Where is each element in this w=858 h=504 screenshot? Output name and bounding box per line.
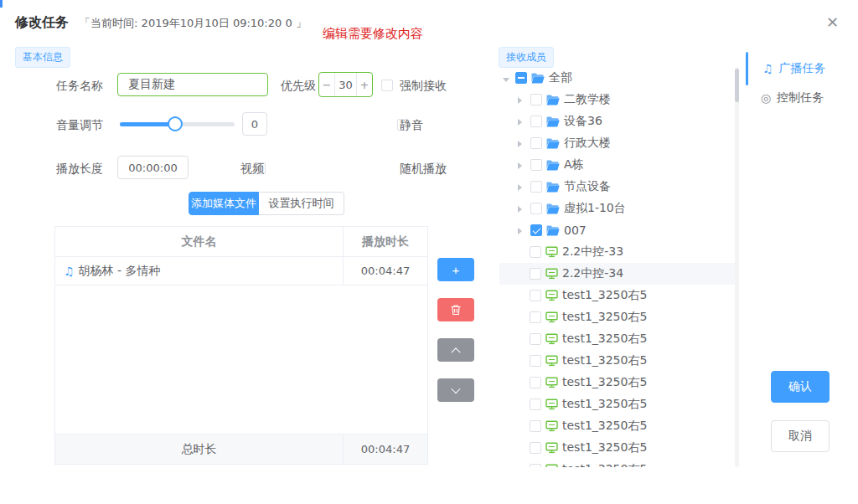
nav-label: 控制任务 — [777, 90, 824, 105]
tree-item[interactable]: 行政大楼 — [499, 132, 735, 154]
tree-item-label: test1_3250右5 — [562, 397, 647, 412]
tree-checkbox[interactable] — [530, 137, 542, 149]
caret-right-icon[interactable] — [518, 224, 526, 237]
caret-right-icon[interactable] — [518, 93, 526, 106]
folder-icon — [531, 73, 545, 84]
monitor-icon — [545, 333, 558, 345]
tree-item[interactable]: test1_3250右5 — [499, 328, 735, 350]
tree-item-label: 设备36 — [564, 114, 602, 129]
tree-item[interactable]: test1_3250右5 — [499, 459, 735, 467]
tree-item-label: test1_3250右5 — [562, 332, 647, 347]
volume-slider-fill — [120, 122, 175, 126]
monitor-icon — [545, 290, 558, 301]
table-header-row: 文件名 播放时长 — [55, 227, 427, 257]
tree-checkbox[interactable] — [530, 94, 542, 105]
duration-cell: 00:04:47 — [343, 257, 427, 285]
tree-item-label: test1_3250右5 — [562, 310, 647, 325]
tree-scrollbar-track[interactable] — [735, 67, 739, 467]
table-body: ♫胡杨林 - 多情种00:04:47 — [55, 257, 427, 285]
tree-scrollbar-thumb[interactable] — [735, 69, 739, 102]
active-tab-indicator — [746, 52, 748, 85]
priority-value[interactable]: 30 — [334, 73, 357, 96]
task-name-input[interactable] — [117, 73, 268, 96]
trash-icon — [450, 304, 462, 316]
priority-increase-button[interactable]: + — [357, 73, 372, 96]
monitor-icon — [545, 268, 558, 280]
task-name-label: 任务名称 — [56, 79, 103, 94]
volume-slider[interactable] — [120, 122, 235, 126]
tree-item[interactable]: test1_3250右5 — [499, 350, 735, 372]
caret-right-icon[interactable] — [518, 180, 526, 193]
corner-mark — [0, 0, 3, 8]
file-name-cell: ♫胡杨林 - 多情种 — [55, 264, 343, 279]
tree-item[interactable]: A栋 — [499, 154, 735, 176]
move-down-button[interactable] — [437, 378, 474, 402]
tree-item[interactable]: test1_3250右5 — [499, 437, 735, 459]
tree-checkbox[interactable] — [530, 333, 541, 345]
priority-decrease-button[interactable]: − — [319, 73, 334, 96]
tab-set-execute-time[interactable]: 设置执行时间 — [259, 192, 344, 215]
volume-value-box[interactable]: 0 — [242, 112, 267, 136]
tree-checkbox[interactable] — [530, 159, 542, 171]
tree-checkbox[interactable] — [530, 399, 541, 410]
tree-item[interactable]: 设备36 — [499, 111, 735, 132]
tree-checkbox[interactable] — [530, 420, 541, 432]
delete-media-button[interactable] — [437, 298, 474, 321]
tree-checkbox[interactable] — [530, 464, 541, 467]
tree-checkbox[interactable] — [530, 290, 541, 301]
tree-checkbox[interactable] — [530, 355, 541, 367]
tree-checkbox[interactable] — [530, 116, 542, 127]
tree-checkbox[interactable] — [515, 72, 527, 84]
folder-icon — [546, 116, 560, 127]
nav-label: 广播任务 — [779, 61, 826, 76]
caret-right-icon[interactable] — [518, 115, 526, 128]
page-title: 修改任务 — [15, 14, 69, 30]
tree-item[interactable]: 虚拟1-10台 — [499, 198, 735, 219]
tree-item[interactable]: test1_3250右5 — [499, 393, 735, 415]
caret-right-icon[interactable] — [518, 158, 526, 172]
tree-checkbox[interactable] — [530, 268, 541, 280]
cancel-button[interactable]: 取消 — [771, 420, 830, 452]
close-icon[interactable]: ✕ — [826, 15, 839, 30]
add-media-button[interactable]: + — [437, 258, 474, 281]
move-up-button[interactable] — [437, 338, 474, 362]
tree-checkbox[interactable] — [530, 311, 541, 323]
tree-checkbox[interactable] — [530, 224, 542, 236]
caret-down-icon[interactable] — [503, 71, 511, 85]
tree-checkbox[interactable] — [530, 181, 542, 193]
table-row[interactable]: ♫胡杨林 - 多情种00:04:47 — [55, 257, 427, 285]
volume-slider-thumb[interactable] — [168, 116, 183, 131]
caret-right-icon[interactable] — [518, 136, 526, 150]
basic-info-badge: 基本信息 — [15, 47, 70, 68]
tree-item-label: test1_3250右5 — [562, 462, 647, 467]
tree-checkbox[interactable] — [530, 203, 542, 214]
chevron-down-icon — [451, 384, 460, 393]
tree-checkbox[interactable] — [530, 442, 541, 454]
random-play-label: 随机播放 — [400, 162, 447, 177]
tree-item[interactable]: 全部 — [499, 67, 735, 89]
tree-item[interactable]: test1_3250右5 — [499, 415, 735, 437]
tree-checkbox[interactable] — [530, 246, 541, 258]
tree-item[interactable]: 2.2中控-33 — [499, 241, 735, 263]
file-name-text: 胡杨林 - 多情种 — [79, 264, 161, 279]
tree-checkbox[interactable] — [530, 377, 541, 388]
tree-item[interactable]: 节点设备 — [499, 176, 735, 198]
nav-item-broadcast-task[interactable]: ♫ 广播任务 — [762, 61, 826, 76]
tree-item[interactable]: test1_3250右5 — [499, 306, 735, 328]
tree-item[interactable]: test1_3250右5 — [499, 372, 735, 393]
tree-item[interactable]: 二教学楼 — [499, 89, 735, 111]
folder-icon — [546, 138, 560, 149]
nav-item-control-task[interactable]: ◎ 控制任务 — [761, 90, 824, 105]
force-receive-checkbox[interactable] — [381, 80, 393, 91]
confirm-button[interactable]: 确认 — [771, 371, 830, 403]
tree-item[interactable]: 007 — [499, 219, 735, 241]
tree-item[interactable]: 2.2中控-34 — [499, 263, 735, 285]
tree-item-label: 二教学楼 — [564, 92, 611, 107]
tree-item[interactable]: test1_3250右5 — [499, 285, 735, 306]
tab-add-media[interactable]: 添加媒体文件 — [189, 192, 259, 215]
table-header-duration: 播放时长 — [343, 227, 427, 256]
caret-right-icon[interactable] — [518, 202, 526, 215]
chevron-up-icon — [451, 347, 460, 357]
play-length-input[interactable] — [117, 156, 189, 179]
tree-item-label: A栋 — [564, 157, 584, 172]
